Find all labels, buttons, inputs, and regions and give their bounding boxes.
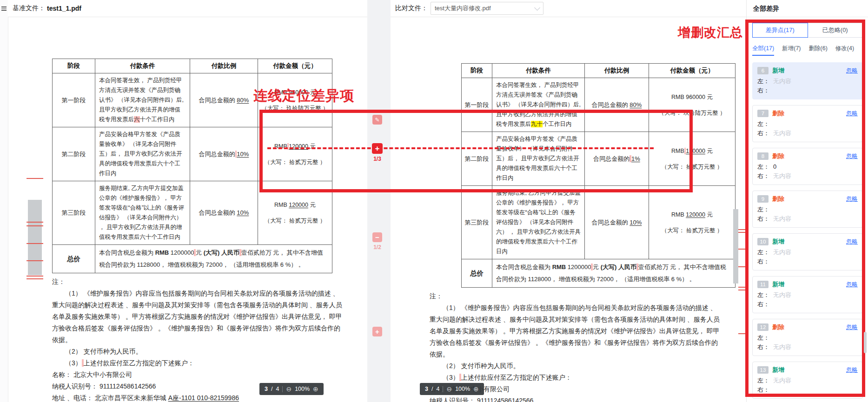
zoom-out-button[interactable]: ⊖ — [446, 386, 452, 392]
filter-added[interactable]: 新增(7) — [782, 45, 801, 53]
stage-cell: 第三阶段 — [462, 186, 492, 259]
document-note-line: （2） 支付币种为人民币。 — [52, 346, 343, 357]
current-page: 3 — [425, 386, 428, 392]
condition-cell: 服务期结束, 乙方向甲方提交加盖公章的《维护服务报告》， 甲方签发等级在“合格”… — [492, 186, 585, 259]
ignore-link[interactable]: 忽略 — [846, 323, 858, 331]
pdf-compare-app: 基准文件： test1_1.pdf 阶段 付款条件 付款比例 付款金额（元） 第… — [0, 0, 868, 402]
compare-file-select[interactable]: test大量内容修改.pdf — [431, 2, 543, 15]
diff-right-value: 无内容 — [773, 214, 791, 224]
page-toolbar-right: 3 / 4 ⊖ 100% ⊕ — [420, 383, 484, 395]
ratio-cell: 合同总金额的 80% — [585, 78, 649, 132]
diff-index-badge: 12 — [757, 323, 769, 331]
zoom-level: 100% — [455, 386, 470, 392]
diff-item[interactable]: 8 删除 忽略 左：0 右：无内容 — [752, 148, 863, 185]
table-row: 第三阶段 服务期结束, 乙方向甲方提交加盖公章的《维护服务报告》， 甲方签发等级… — [462, 186, 735, 259]
annotate-pencil-icon[interactable]: ✎ — [372, 115, 382, 125]
diff-index-badge: 8 — [757, 152, 769, 160]
base-file-header: 基准文件： test1_1.pdf — [8, 0, 367, 17]
diff-group-collapse-button[interactable]: − — [372, 232, 382, 242]
ignore-link[interactable]: 忽略 — [846, 366, 858, 374]
diff-left-label: 左： — [757, 119, 769, 129]
table-row: 第一阶段 本合同签署生效， 产品到货经甲方清点无误并签发《产品到货确认书》 （详… — [53, 73, 332, 127]
filter-deleted[interactable]: 删除(6) — [809, 45, 828, 53]
diff-right-label: 右： — [757, 300, 769, 309]
diff-index-badge: 10 — [757, 238, 769, 245]
toolbar-divider — [282, 386, 283, 392]
diff-left-label: 左： — [757, 205, 769, 214]
diff-list: 6 新增 忽略 左：无内容 右： 7 删除 忽略 左： 右：无内容 8 删除 忽… — [747, 57, 868, 402]
diff-tabs: 差异点(17) 已忽略(0) — [752, 23, 863, 38]
diff-right-label: 右： — [757, 171, 769, 181]
ignore-link[interactable]: 忽略 — [846, 281, 858, 289]
diff-left-label: 左： — [757, 162, 769, 171]
ratio-cell: 合同总金额的 80% — [190, 73, 258, 127]
diff-left-label: 左： — [757, 77, 769, 86]
diff-item[interactable]: 10 新增 忽略 左：无内容 右： — [752, 233, 863, 270]
diff-group-expand-button-2[interactable]: + — [372, 327, 382, 336]
ignore-link[interactable]: 忽略 — [846, 67, 858, 75]
amount-cell: RMB 120000 元 （大写： 拾贰万元整 ） — [649, 132, 735, 186]
diff-panel-title: 全部差异 — [747, 0, 868, 17]
diff-position-tick — [738, 287, 746, 288]
zoom-out-button[interactable]: ⊖ — [286, 386, 292, 392]
col-header: 付款金额（元） — [649, 64, 735, 78]
diff-left-value: 0 — [773, 162, 776, 171]
ignore-link[interactable]: 忽略 — [846, 238, 858, 246]
diff-position-tick — [738, 290, 746, 290]
diff-position-tick — [27, 178, 43, 179]
tab-ignored[interactable]: 已忽略(0) — [808, 23, 863, 38]
filter-all[interactable]: 全部(17) — [752, 45, 774, 53]
scrollbar-thumb-right-doc[interactable] — [733, 209, 738, 283]
compare-file-name: test大量内容修改.pdf — [435, 4, 535, 13]
diff-item[interactable]: 12 删除 忽略 左： 右：无内容 — [752, 319, 863, 356]
table-row: 第二阶段 产品安装合格甲方签发《产品质量验收单》 （详见本合同附件五）后， 且甲… — [53, 127, 332, 181]
scrollbar-thumb-left-doc[interactable] — [28, 200, 42, 275]
diff-right-label: 右： — [757, 385, 769, 395]
diff-item[interactable]: 13 新增 忽略 左：无内容 右： — [752, 362, 863, 399]
diff-position-tick — [738, 266, 746, 267]
diff-type-label: 删除 — [772, 109, 784, 118]
diff-left-value: 无内容 — [773, 248, 791, 257]
diff-right-value: 无内容 — [773, 171, 791, 181]
diff-left-label: 左： — [757, 333, 769, 343]
diff-item[interactable]: 9 删除 忽略 左： 右：无内容 — [752, 191, 863, 228]
amount-cell: RMB 120000 元 （大写： 拾贰万元整 ） — [649, 186, 735, 259]
diff-position-tick — [27, 243, 43, 244]
diff-type-label: 删除 — [772, 195, 784, 203]
tab-diff-points[interactable]: 差异点(17) — [752, 23, 808, 38]
diff-position-tick — [738, 249, 746, 250]
ignore-link[interactable]: 忽略 — [846, 195, 858, 203]
ratio-cell: 合同总金额的 10% — [190, 181, 258, 245]
col-header: 付款条件 — [492, 64, 585, 78]
condition-cell: 本合同签署生效， 产品到货经甲方清点无误并签发《产品到货确认书》 （详见本合同附… — [492, 78, 585, 132]
menu-icon[interactable] — [1, 7, 7, 11]
diff-group-expand-button[interactable]: + — [372, 143, 383, 154]
diff-type-label: 新增 — [772, 66, 784, 75]
diff-index-badge: 6 — [757, 67, 769, 74]
diff-type-label: 删除 — [772, 323, 784, 331]
diff-type-label: 新增 — [772, 280, 784, 289]
diff-position-tick — [27, 278, 43, 279]
stage-cell: 第一阶段 — [53, 73, 95, 127]
diff-item[interactable]: 11 新增 忽略 左：无内容 右： — [752, 276, 863, 313]
stage-cell: 第三阶段 — [53, 181, 95, 245]
col-header: 付款比例 — [585, 64, 649, 78]
document-note-line: （3） 上述付款应付至乙方指定的下述账户： — [52, 357, 343, 369]
filter-modified[interactable]: 修改(4) — [835, 45, 854, 53]
total-text-cell: 本合同含税总金额为 RMB 1200000 元 (大写) 人民币 壹佰贰拾万 元… — [492, 259, 735, 288]
diff-index-badge: 7 — [757, 110, 769, 117]
diff-left-value: 无内容 — [773, 290, 791, 300]
page-toolbar-left: 3 / 4 ⊖ 100% ⊕ — [259, 383, 324, 395]
diff-item[interactable]: 7 删除 忽略 左： 右：无内容 — [752, 105, 863, 142]
diff-index-badge: 13 — [757, 366, 769, 374]
ignore-link[interactable]: 忽略 — [846, 110, 858, 118]
col-header: 付款金额（元） — [258, 59, 332, 73]
diff-item[interactable]: 6 新增 忽略 左：无内容 右： — [752, 62, 863, 99]
table-total-row: 总价 本合同含税总金额为 RMB 1200000 元 (大写) 人民币 壹佰贰拾… — [462, 259, 735, 288]
scrollbar-thumb-diff-panel[interactable] — [864, 332, 867, 353]
ignore-link[interactable]: 忽略 — [846, 152, 858, 160]
compare-document-page: 阶段 付款条件 付款比例 付款金额（元） 第一阶段 本合同签署生效， 产品到货经… — [430, 63, 720, 402]
zoom-in-button[interactable]: ⊕ — [313, 386, 318, 392]
diff-index-badge: 11 — [757, 281, 769, 288]
zoom-in-button[interactable]: ⊕ — [473, 386, 479, 392]
